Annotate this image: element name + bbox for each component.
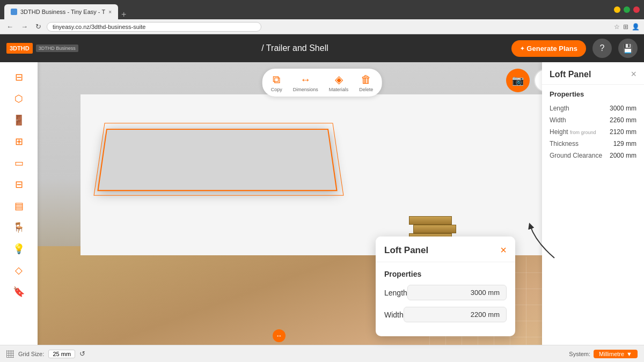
toolbar-light[interactable]: 💡 [6, 239, 31, 258]
rp-row-length: Length 3000 mm [550, 102, 636, 114]
system-area: System: Millimetre ▼ [569, 350, 638, 358]
save-icon-btn[interactable]: 💾 [618, 39, 638, 58]
pp-input-width[interactable] [404, 307, 507, 322]
pp-row-width: Width [384, 307, 507, 322]
rp-label-length: Length [550, 105, 569, 112]
rp-title: Loft Panel [550, 70, 591, 79]
extensions-icon[interactable]: ⊞ [623, 23, 628, 31]
rp-value-ground-clearance: 2000 mm [610, 152, 636, 159]
bookmark-addr-icon[interactable]: ☆ [614, 23, 620, 31]
reset-grid-btn[interactable]: ↺ [79, 350, 85, 358]
rp-value-length: 3000 mm [610, 105, 636, 112]
rp-label-ground-clearance: Ground Clearance [550, 152, 602, 159]
rp-value-thickness: 129 mm [613, 140, 636, 147]
pp-close-btn[interactable]: × [500, 244, 507, 256]
generate-plans-button[interactable]: Generate Plans [511, 40, 586, 57]
business-badge: 3DTHD Business [36, 45, 78, 52]
pp-section-title: Properties [384, 270, 507, 278]
camera-btn[interactable]: 📷 [506, 69, 530, 92]
address-icons: ☆ ⊞ 👤 [614, 23, 640, 31]
help-icon-btn[interactable]: ? [592, 39, 612, 58]
toolbar-shapes[interactable]: ◇ [6, 261, 31, 280]
maximize-btn[interactable] [624, 6, 630, 13]
grid-size-label: Grid Size: [18, 351, 44, 357]
toolbar-floor[interactable]: ⊟ [6, 175, 31, 194]
unit-label: Millimetre [599, 351, 624, 357]
rp-row-width: Width 2260 mm [550, 114, 636, 126]
pp-body: Properties Length Width [376, 262, 515, 336]
nav-back-btn[interactable]: ← [4, 21, 16, 32]
rp-label-thickness: Thickness [550, 140, 579, 147]
toolbar-layers[interactable]: ⊟ [6, 68, 31, 87]
minimize-btn[interactable] [614, 6, 620, 13]
rp-label-height: Height from ground [550, 128, 596, 136]
browser-tabs: 3DTHD Business - Tiny Easy - T × + [4, 0, 129, 19]
nav-forward-btn[interactable]: → [19, 21, 30, 32]
close-btn[interactable] [633, 6, 640, 13]
delete-tool[interactable]: 🗑 Delete [359, 73, 373, 92]
app-header: 3DTHD 3DTHD Business / Trailer and Shell… [0, 34, 644, 62]
system-label: System: [569, 351, 590, 357]
rp-value-width: 2260 mm [610, 116, 636, 124]
window-controls [614, 6, 640, 13]
logo-box: 3DTHD [6, 43, 33, 54]
pp-input-length[interactable] [407, 285, 507, 300]
top-toolbar: ⧉ Copy ↔ Dimensions ◈ Materials 🗑 Delete [262, 69, 382, 97]
unit-select-btn[interactable]: Millimetre ▼ [594, 350, 638, 358]
toolbar-stairs[interactable]: ▤ [6, 196, 31, 216]
browser-chrome: 3DTHD Business - Tiny Easy - T × + [0, 0, 644, 19]
left-toolbar: ⊟ ⬡ 🚪 ⊞ ▭ ⊟ ▤ 🪑 💡 ◇ 🔖 [0, 62, 38, 353]
right-panel: Loft Panel × Properties Length 3000 mm W… [542, 62, 644, 353]
pp-label-length: Length [384, 289, 407, 297]
pp-title: Loft Panel [384, 245, 428, 256]
toolbar-door[interactable]: 🚪 [6, 110, 31, 130]
rp-close-btn[interactable]: × [631, 69, 636, 80]
unit-chevron-icon: ▼ [626, 351, 632, 357]
bottom-bar: Grid Size: ↺ System: Millimetre ▼ [0, 345, 644, 362]
rp-section-title: Properties [550, 90, 636, 98]
dimensions-tool[interactable]: ↔ Dimensions [293, 73, 318, 92]
logo-area: 3DTHD 3DTHD Business [6, 43, 78, 54]
toolbar-window[interactable]: ⊞ [6, 132, 31, 151]
rp-value-height: 2120 mm [610, 128, 636, 136]
toolbar-cube[interactable]: ⬡ [6, 89, 31, 108]
rp-header: Loft Panel × [542, 62, 644, 85]
address-bar-row: ← → ↻ ☆ ⊞ 👤 [0, 19, 644, 34]
pp-row-length: Length [384, 285, 507, 300]
copy-tool[interactable]: ⧉ Copy [271, 73, 282, 92]
nav-reload-btn[interactable]: ↻ [33, 21, 43, 32]
profile-icon[interactable]: 👤 [632, 23, 640, 31]
main-viewport: ↔ ⊟ ⬡ 🚪 ⊞ ▭ ⊟ ▤ 🪑 💡 ◇ 🔖 ⧉ Copy ↔ [0, 62, 644, 353]
grid-icon [6, 350, 14, 358]
toolbar-wall[interactable]: ▭ [6, 153, 31, 173]
rp-row-thickness: Thickness 129 mm [550, 138, 636, 150]
address-input[interactable] [47, 22, 261, 32]
rp-label-width: Width [550, 116, 566, 124]
header-title: / Trailer and Shell [85, 43, 506, 53]
pp-label-width: Width [384, 311, 404, 319]
toolbar-furniture[interactable]: 🪑 [6, 218, 31, 237]
add-tab-btn[interactable]: + [118, 10, 129, 19]
popup-panel: Loft Panel × Properties Length Width [376, 237, 515, 336]
tab-title: 3DTHD Business - Tiny Easy - T [20, 9, 105, 15]
pp-header: Loft Panel × [376, 237, 515, 262]
loft-panel-outline [93, 123, 343, 196]
rp-row-ground-clearance: Ground Clearance 2000 mm [550, 150, 636, 161]
tab-close[interactable]: × [108, 9, 112, 15]
rp-properties-section: Properties Length 3000 mm Width 2260 mm … [542, 85, 644, 167]
toolbar-bookmark[interactable]: 🔖 [6, 282, 31, 301]
rp-sublabel-height: from ground [570, 130, 596, 135]
browser-tab[interactable]: 3DTHD Business - Tiny Easy - T × [4, 4, 118, 19]
selection-icon[interactable]: ↔ [273, 329, 286, 342]
grid-size-input[interactable] [48, 350, 75, 358]
materials-tool[interactable]: ◈ Materials [329, 73, 349, 92]
rp-row-height: Height from ground 2120 mm [550, 126, 636, 138]
